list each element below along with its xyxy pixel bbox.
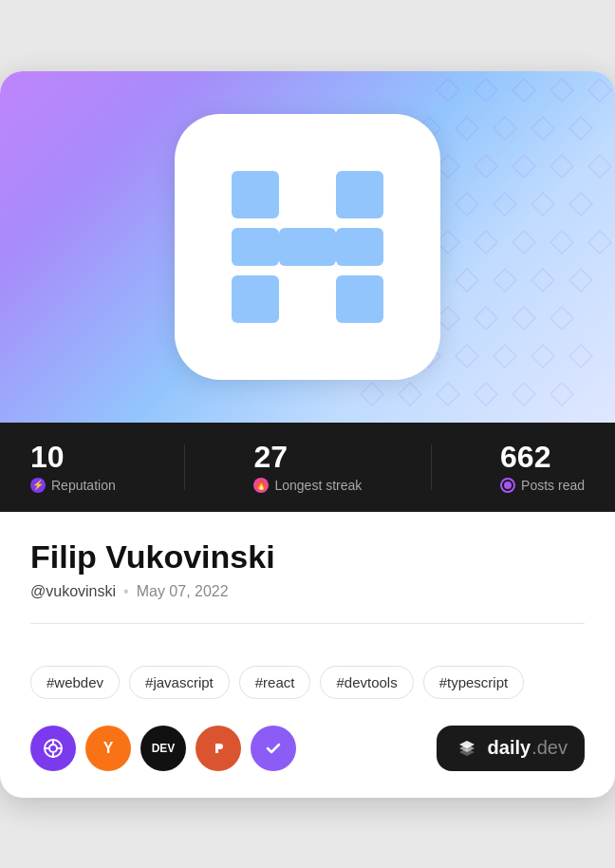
reputation-icon: ⚡ — [30, 478, 46, 493]
tag-javascript[interactable]: #javascript — [129, 666, 230, 699]
avatar-pixel-art — [213, 152, 402, 342]
reputation-label: ⚡ Reputation — [30, 478, 116, 493]
reputation-value: 10 — [30, 442, 116, 472]
product-hunt-badge[interactable] — [196, 726, 241, 771]
meta-dot: • — [123, 583, 129, 600]
stat-posts: 662 Posts read — [500, 442, 585, 493]
reputation-text: Reputation — [51, 478, 116, 493]
streak-text: Longest streak — [274, 478, 362, 493]
svg-rect-4 — [336, 228, 383, 266]
tag-react[interactable]: #react — [239, 666, 311, 699]
daily-dev-icon — [454, 735, 480, 762]
profile-meta: @vukovinski • May 07, 2022 — [30, 583, 585, 600]
daily-text: daily — [488, 737, 531, 759]
avatar — [175, 114, 440, 380]
dev-badge[interactable]: DEV — [140, 726, 186, 771]
svg-rect-8 — [279, 275, 336, 323]
dev-text: .dev — [531, 737, 568, 759]
profile-handle: @vukovinski — [30, 583, 116, 600]
github-badge[interactable] — [251, 726, 296, 771]
svg-rect-0 — [232, 171, 279, 218]
svg-rect-1 — [232, 228, 279, 266]
stat-streak: 27 🔥 Longest streak — [253, 442, 362, 493]
posts-label: Posts read — [500, 478, 585, 493]
stats-divider-2 — [431, 444, 432, 490]
profile-name: Filip Vukovinski — [30, 538, 585, 576]
svg-point-10 — [49, 745, 57, 752]
badges-row: Y DEV — [0, 726, 615, 798]
hero-section — [0, 71, 615, 423]
svg-rect-7 — [279, 171, 336, 218]
svg-rect-2 — [232, 275, 279, 323]
streak-label: 🔥 Longest streak — [253, 478, 362, 493]
streak-icon: 🔥 — [253, 478, 269, 493]
yc-badge[interactable]: Y — [85, 726, 131, 771]
crosshair-badge[interactable] — [30, 726, 76, 771]
stats-divider-1 — [184, 444, 185, 490]
svg-rect-5 — [336, 275, 383, 323]
tag-typescript[interactable]: #typescript — [423, 666, 525, 699]
streak-value: 27 — [253, 442, 362, 472]
tags-section: #webdev #javascript #react #devtools #ty… — [0, 666, 615, 699]
svg-rect-6 — [279, 228, 336, 266]
daily-dev-logo: daily .dev — [437, 726, 585, 771]
profile-section: Filip Vukovinski @vukovinski • May 07, 2… — [0, 512, 615, 666]
posts-text: Posts read — [521, 478, 585, 493]
profile-card: 10 ⚡ Reputation 27 🔥 Longest streak 662 … — [0, 71, 615, 798]
badges-left: Y DEV — [30, 726, 296, 771]
svg-point-16 — [263, 738, 284, 759]
profile-divider — [30, 623, 585, 624]
posts-value: 662 — [500, 442, 585, 472]
daily-logo-text: daily .dev — [488, 737, 568, 759]
svg-rect-3 — [336, 171, 383, 218]
posts-icon — [500, 478, 515, 493]
profile-joined: May 07, 2022 — [137, 583, 229, 600]
tag-webdev[interactable]: #webdev — [30, 666, 120, 699]
stats-bar: 10 ⚡ Reputation 27 🔥 Longest streak 662 … — [0, 423, 615, 512]
stat-reputation: 10 ⚡ Reputation — [30, 442, 116, 493]
tag-devtools[interactable]: #devtools — [320, 666, 413, 699]
